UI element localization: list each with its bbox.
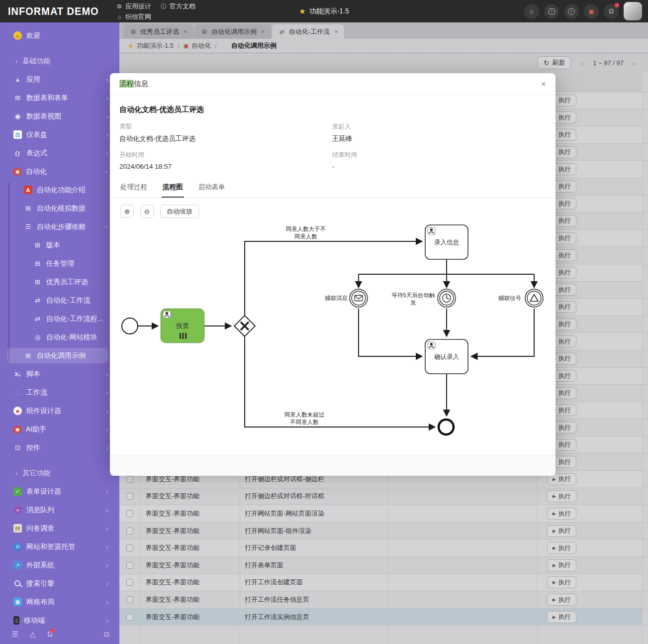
chat-icon: ?: [549, 8, 555, 14]
field-value: 王延峰: [332, 134, 546, 143]
sidebar-item-工作流[interactable]: ∴工作流›: [0, 383, 119, 402]
sidebar-item-任务管理[interactable]: ⊞任务管理: [0, 254, 119, 273]
sidebar-item-应用[interactable]: ▲应用›: [0, 70, 119, 89]
sidebar-item-控件[interactable]: ⊡控件›: [0, 438, 119, 457]
sidebar-item-label: 搜索引擎: [26, 579, 54, 588]
avatar[interactable]: [624, 2, 642, 20]
sidebar-item-label: 仪表盘: [26, 130, 47, 139]
home-button[interactable]: ⌂: [524, 4, 539, 19]
modal-tabs: 处理过程流程图启动表单: [110, 175, 555, 198]
sidebar-item-网站和资源托管[interactable]: ⊙网站和资源托管›: [0, 537, 119, 556]
sidebar-footer: ☰ △ Ω ⊡: [0, 624, 119, 644]
sidebar-item-自动化-工作流程...[interactable]: ⇄自动化-工作流程...: [0, 310, 119, 328]
timer-catch-event: [438, 289, 456, 307]
top-menu-item-info[interactable]: ⓘ官方文档: [160, 2, 195, 11]
sidebar-group-label: 其它功能: [22, 469, 50, 478]
sidebar-item-组件设计器[interactable]: ◆组件设计器›: [0, 402, 119, 420]
sidebar-item-数据表视图[interactable]: ◉数据表视图›: [0, 107, 119, 125]
sidebar-item-label: 自动化-工作流: [46, 296, 91, 305]
sidebar-item-脚本[interactable]: X₂脚本›: [0, 365, 119, 383]
modal-title: 流程信息: [119, 79, 148, 89]
sidebar-group-基础功能[interactable]: ›基础功能: [0, 52, 119, 70]
edge-signal-to-confirm: [471, 309, 534, 356]
sidebar-item-label: AI助手: [26, 425, 46, 434]
sidebar-item-label: 自动化-网站模块: [46, 333, 97, 342]
diagram-toolbar: ⊕ ⊖ 自动缩放: [120, 205, 199, 218]
sidebar-item-表达式[interactable]: {}表达式›: [0, 144, 119, 162]
sidebar-item-label: 消息队列: [26, 506, 54, 515]
help-icon: ?: [568, 8, 575, 15]
chevron-right-icon: ›: [106, 94, 108, 102]
app-logo: INFORMAT DEMO: [0, 5, 116, 18]
process-info-modal: 流程信息 × 自动化文档-优选员工评选 类型自动化文档-优选员工评选发起人王延峰…: [110, 73, 555, 468]
menu-icon[interactable]: ☰: [12, 630, 18, 638]
zoom-in-button[interactable]: ⊕: [120, 205, 134, 218]
edge-disagree-label: 不同意人数: [290, 419, 319, 425]
auto-zoom-button[interactable]: 自动缩放: [160, 205, 199, 218]
start-event: [122, 318, 138, 334]
bell-icon[interactable]: Ω: [47, 630, 52, 638]
robot-button[interactable]: ▣: [584, 4, 599, 19]
top-menu-label: 官方文档: [170, 2, 195, 11]
sidebar-item-数据表和表单[interactable]: ⊞数据表和表单›: [0, 89, 119, 107]
bpmn-canvas[interactable]: 投票录入信息确认录入同意人数大于不同意人数捕获消息等待5天后自动触发捕获信号同意…: [110, 198, 555, 455]
top-menu-item-home[interactable]: ⌂织信官网: [116, 12, 151, 21]
close-icon[interactable]: ×: [541, 80, 546, 88]
sidebar-item-自动化步骤依赖[interactable]: ☰自动化步骤依赖›: [0, 217, 119, 236]
sidebar-submenu: A自动化功能介绍⊞自动化模拟数据☰自动化步骤依赖›⊞版本⊞任务管理⊞优秀员工评选…: [0, 181, 119, 365]
sidebar-item-label: 网格布局: [26, 598, 54, 607]
grid-icon: ⊞: [24, 204, 32, 213]
sidebar-item-AI助手[interactable]: ▣AI助手›: [0, 420, 119, 438]
sidebar-item-网格布局[interactable]: ▦网格布局›: [0, 593, 119, 611]
chevron-right-icon: ›: [106, 426, 108, 433]
mountain-icon: ▲: [13, 75, 22, 84]
multi-instance-marker: [185, 333, 186, 339]
chat-button[interactable]: ?: [544, 4, 559, 19]
field-类型: 类型自动化文档-优选员工评选: [119, 122, 332, 143]
sidebar-item-自动化-网站模块[interactable]: ◎自动化-网站模块: [0, 328, 119, 346]
help-button[interactable]: ?: [564, 4, 579, 19]
modal-header: 流程信息 ×: [110, 73, 555, 95]
modal-tab-启动表单[interactable]: 启动表单: [197, 178, 226, 198]
modal-tab-处理过程[interactable]: 处理过程: [119, 178, 148, 198]
mobile-icon: ▯: [13, 616, 19, 625]
sidebar-item-自动化-工作流[interactable]: ⇄自动化-工作流: [0, 291, 119, 310]
sidebar-item-自动化[interactable]: ▣自动化›: [0, 162, 119, 181]
top-menu-label: 织信官网: [125, 12, 151, 21]
sidebar-item-自动化调用示例[interactable]: ⊞自动化调用示例: [0, 346, 119, 365]
sidebar-item-消息队列[interactable]: ≈消息队列›: [0, 501, 119, 519]
sidebar-item-自动化功能介绍[interactable]: A自动化功能介绍: [0, 181, 119, 199]
alert-icon[interactable]: △: [30, 630, 36, 638]
sidebar-item-问卷调查[interactable]: ▤问卷调查›: [0, 519, 119, 537]
collapse-panel-icon[interactable]: ⊡: [104, 631, 109, 638]
robot2-icon: ▣: [13, 426, 21, 433]
sidebar-item-仪表盘[interactable]: ▥仪表盘›: [0, 125, 119, 144]
modal-tab-流程图[interactable]: 流程图: [162, 178, 184, 198]
top-menu-item-gear[interactable]: ⚙应用设计: [116, 2, 151, 11]
sidebar-item-表单设计器[interactable]: ✓表单设计器›: [0, 482, 119, 501]
bell-button[interactable]: Ω: [604, 4, 619, 19]
sidebar-item-外部系统[interactable]: ↗外部系统›: [0, 556, 119, 574]
sidebar-item-label: 移动端: [24, 616, 45, 625]
sidebar-item-label: 问卷调查: [26, 524, 54, 533]
sidebar-item-label: 工作流: [26, 388, 47, 397]
chevron-right-icon: ›: [106, 444, 108, 452]
sidebar-group-其它功能[interactable]: ›其它功能: [0, 464, 119, 482]
chevron-right-icon: ›: [106, 149, 108, 157]
sidebar-item-label: 外部系统: [26, 561, 54, 570]
sidebar-item-优秀员工评选[interactable]: ⊞优秀员工评选: [0, 273, 119, 291]
view-icon: ◉: [13, 112, 22, 120]
modal-footer: [110, 455, 555, 476]
sidebar-item-自动化模拟数据[interactable]: ⊞自动化模拟数据: [0, 199, 119, 217]
sidebar-item-版本[interactable]: ⊞版本: [0, 236, 119, 254]
sidebar-item-搜索引擎[interactable]: 搜索引擎›: [0, 574, 119, 593]
zoom-out-button[interactable]: ⊖: [140, 205, 154, 218]
modal-title-rest: 信息: [134, 80, 148, 88]
sidebar-item-label: 自动化调用示例: [37, 351, 86, 360]
signal-catch-event: [525, 289, 543, 307]
sidebar-item-label: 自动化功能介绍: [37, 186, 86, 195]
a-badge-icon: A: [24, 186, 32, 194]
grid-icon: ⊞: [33, 241, 42, 249]
message-catch-event: [350, 289, 368, 307]
sidebar-item-欢迎[interactable]: ☺欢迎: [0, 26, 119, 45]
